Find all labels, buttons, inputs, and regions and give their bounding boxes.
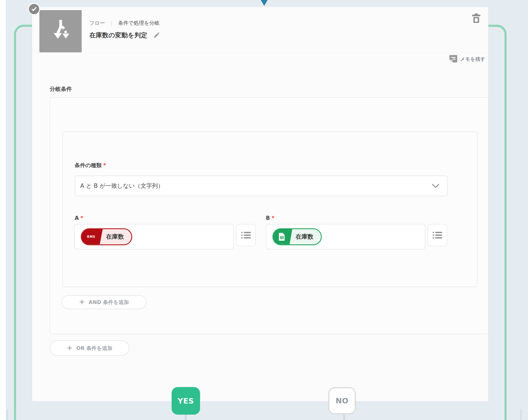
rms-app-badge: RMS <box>82 229 103 245</box>
check-icon[interactable] <box>28 3 40 15</box>
pencil-icon[interactable] <box>153 32 160 38</box>
flow-editor-stage: フロー ｜ 条件で処理を分岐 在庫数の変動を判定 <box>0 0 528 420</box>
condition-type-label: 条件の種類* <box>75 162 106 169</box>
operand-a-label: A* <box>75 215 83 221</box>
node-type-label: 条件で処理を分岐 <box>118 19 160 27</box>
spreadsheet-icon <box>273 229 292 245</box>
add-or-label: OR 条件を追加 <box>76 345 112 351</box>
yes-branch-connector-line <box>185 414 187 420</box>
breadcrumb-separator: ｜ <box>109 19 114 27</box>
and-condition-group: 条件の種類* A と B が一致しない（文字列） A* RMS <box>62 131 478 287</box>
add-and-label: AND 条件を追加 <box>89 299 129 306</box>
no-branch-connector-line <box>343 414 345 420</box>
trash-icon[interactable] <box>471 13 481 24</box>
no-branch-button[interactable]: NO <box>328 387 356 414</box>
condition-type-select[interactable]: A と B が一致しない（文字列） <box>75 175 448 196</box>
condition-type-value: A と B が一致しない（文字列） <box>80 182 164 190</box>
plus-icon: + <box>67 344 72 351</box>
required-asterisk: * <box>80 215 83 221</box>
required-asterisk: * <box>272 215 275 221</box>
required-asterisk: * <box>103 162 106 168</box>
operand-b-input[interactable]: 在庫数 <box>266 224 425 249</box>
variable-tag-rms[interactable]: RMS 在庫数 <box>81 228 132 245</box>
node-category-label: フロー <box>89 19 105 27</box>
operand-b-label: B* <box>266 215 274 221</box>
chevron-down-icon <box>432 184 439 189</box>
add-or-condition-button[interactable]: + OR 条件を追加 <box>50 340 129 356</box>
variable-tag-value: 在庫数 <box>292 229 321 245</box>
variable-picker-button-a[interactable] <box>236 224 256 246</box>
variable-tag-value: 在庫数 <box>103 229 131 245</box>
add-and-condition-button[interactable]: + AND 条件を追加 <box>61 295 146 309</box>
branch-split-icon <box>39 10 82 52</box>
memo-label: メモを残す <box>460 56 485 62</box>
yes-branch-button[interactable]: YES <box>172 387 200 415</box>
outer-connector-line-right <box>520 409 522 420</box>
or-condition-group: 条件の種類* A と B が一致しない（文字列） A* RMS <box>50 97 489 334</box>
incoming-flow-arrow-icon <box>259 0 269 6</box>
outer-connector-line-left <box>6 409 8 420</box>
variable-tag-spreadsheet[interactable]: 在庫数 <box>273 228 322 245</box>
memo-button[interactable]: メモを残す <box>449 55 485 63</box>
memo-note-icon <box>449 55 457 63</box>
branch-condition-section-label: 分岐条件 <box>50 85 72 93</box>
operand-a-input[interactable]: RMS 在庫数 <box>74 224 234 249</box>
plus-icon: + <box>79 298 85 305</box>
node-breadcrumb: フロー ｜ 条件で処理を分岐 <box>89 19 160 27</box>
branch-node-card: フロー ｜ 条件で処理を分岐 在庫数の変動を判定 <box>32 7 488 401</box>
variable-picker-button-b[interactable] <box>428 224 447 246</box>
node-title: 在庫数の変動を判定 <box>89 30 147 40</box>
node-meta: フロー ｜ 条件で処理を分岐 在庫数の変動を判定 <box>89 19 160 40</box>
